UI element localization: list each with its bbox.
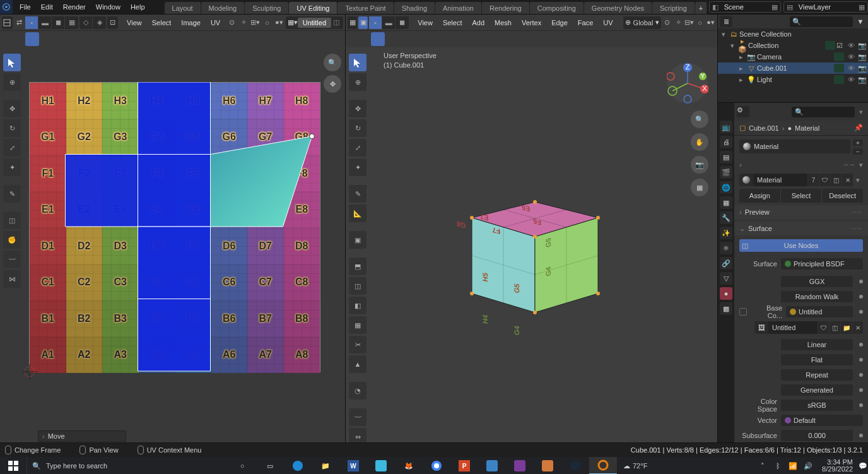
anim-dot-icon[interactable]: [859, 310, 863, 314]
tab-scene-icon[interactable]: 🎬: [720, 166, 732, 179]
renderable-icon[interactable]: 📷: [857, 53, 868, 61]
uv-cell[interactable]: E5: [175, 192, 211, 228]
camera-view-icon[interactable]: 📷: [691, 156, 708, 174]
visibility-icon[interactable]: 👁: [845, 53, 857, 61]
unlink-icon[interactable]: ✕: [852, 321, 863, 334]
props-options-icon[interactable]: ▾: [857, 108, 865, 116]
menu-view[interactable]: View: [413, 17, 438, 28]
uv-cell[interactable]: G8: [284, 119, 320, 156]
anim-dot-icon[interactable]: [859, 280, 863, 283]
uv-cell[interactable]: D6: [211, 228, 248, 264]
orientation-selector[interactable]: ⊕ Global ▾: [623, 16, 662, 29]
spin-tool-icon[interactable]: ◔: [349, 382, 367, 400]
renderable-icon[interactable]: 📷: [857, 76, 868, 84]
uv-cell[interactable]: E6: [211, 192, 248, 228]
open-icon[interactable]: 📁: [840, 321, 852, 334]
menu-help[interactable]: Help: [126, 1, 150, 13]
add-workspace-button[interactable]: +: [695, 2, 707, 14]
image-selector[interactable]: ▦▾ Untitled ◫: [286, 16, 343, 29]
uv-viewport[interactable]: ⊕ ✥ ↻ ⤢ ✦ ✎ ◫ ✊ 〰 ⋈ 🔍 ✥ H1H2H3H4H5H6H7H8…: [0, 47, 345, 442]
visibility-icon[interactable]: 👁: [845, 42, 857, 49]
menu-add[interactable]: Add: [467, 17, 490, 28]
users-count[interactable]: 7: [807, 174, 819, 186]
props-type-icon[interactable]: ⚙: [737, 106, 749, 117]
snap-type-icon[interactable]: ⊟▾: [684, 16, 694, 29]
app3-icon[interactable]: [534, 457, 561, 474]
add-slot-button[interactable]: +: [853, 139, 863, 146]
tab-rendering[interactable]: Rendering: [482, 2, 530, 14]
tab-texture-paint[interactable]: Texture Paint: [337, 2, 394, 14]
preview-panel-header[interactable]: › Preview ┈┈: [734, 205, 868, 219]
browse-viewlayer-icon[interactable]: ▦: [856, 3, 867, 11]
surface-shader-value[interactable]: Principled BSDF: [781, 258, 863, 270]
orientation-dd-icon[interactable]: ▾: [655, 18, 659, 27]
colorspace-select[interactable]: sRGB: [781, 400, 853, 411]
edge-icon[interactable]: [284, 457, 312, 474]
props-search[interactable]: 🔍: [792, 107, 855, 117]
uv-cell[interactable]: B6: [211, 300, 248, 337]
menu-image[interactable]: Image: [176, 17, 206, 28]
tab-object-icon[interactable]: ▦: [720, 196, 732, 209]
uv-cell[interactable]: E2: [66, 192, 103, 228]
annotate-tool-icon[interactable]: ✎: [3, 185, 21, 203]
sticky2-icon[interactable]: ◈: [93, 16, 106, 29]
uv-cell[interactable]: B1: [30, 300, 66, 337]
uv-cell[interactable]: C1: [30, 264, 66, 301]
bluetooth-icon[interactable]: ᛒ: [771, 459, 784, 472]
firefox-icon[interactable]: 🦊: [395, 457, 423, 474]
uv-cell[interactable]: E3: [102, 192, 139, 228]
visibility-icon[interactable]: 👁: [845, 64, 857, 72]
menu-select[interactable]: Select: [147, 17, 177, 28]
uv-cell[interactable]: D2: [66, 228, 103, 264]
uv-cell[interactable]: E1: [30, 192, 66, 228]
outliner-item[interactable]: ▸▽Cube.001👁📷: [718, 62, 868, 74]
edge-select-icon[interactable]: ▬: [38, 16, 52, 29]
anim-dot-icon[interactable]: [859, 403, 863, 407]
smooth-tool-icon[interactable]: 〰: [349, 408, 367, 426]
loopcut-tool-icon[interactable]: ▦: [349, 316, 367, 334]
breadcrumb-object[interactable]: Cube.001: [749, 124, 779, 132]
uv-cell[interactable]: A2: [66, 337, 103, 374]
tab-geometry-nodes[interactable]: Geometry Nodes: [584, 2, 652, 14]
anim-dot-icon[interactable]: [859, 295, 863, 299]
transform-tool-icon[interactable]: ✦: [3, 158, 21, 176]
menu-uv[interactable]: UV: [206, 17, 225, 28]
axis-gizmo[interactable]: X Z Y: [667, 62, 708, 104]
uv-cell[interactable]: D7: [247, 228, 284, 264]
uv-cell[interactable]: H8: [284, 83, 320, 119]
tab-constraint-icon[interactable]: 🔗: [720, 257, 732, 270]
restrict-badge-icon[interactable]: [834, 52, 844, 61]
uv-cell[interactable]: B7: [247, 300, 284, 337]
uv-cell[interactable]: A3: [102, 337, 139, 374]
anim-dot-icon[interactable]: [859, 373, 863, 377]
bevel-tool-icon[interactable]: ◧: [349, 297, 367, 314]
move-tool-icon[interactable]: ✥: [3, 100, 21, 117]
uv-cell[interactable]: A5: [175, 337, 211, 374]
snip-icon[interactable]: [367, 457, 395, 474]
editor-type-icon[interactable]: [2, 16, 13, 29]
subsurface-value[interactable]: 0.000: [781, 430, 853, 441]
uv-cell[interactable]: F7: [247, 155, 284, 192]
clock[interactable]: 3:34 PM 8/29/2022: [817, 459, 858, 473]
breadcrumb-material[interactable]: Material: [795, 124, 819, 132]
uv-cell[interactable]: B2: [66, 300, 103, 337]
restrict-badge-icon[interactable]: [825, 41, 835, 50]
scale-tool-icon[interactable]: ⤢: [349, 139, 367, 157]
start-button[interactable]: [0, 457, 26, 474]
uv-cell[interactable]: H1: [30, 83, 66, 119]
uv-cell[interactable]: F2: [66, 155, 103, 192]
transform-tool-icon[interactable]: ✦: [349, 158, 367, 176]
renderable-icon[interactable]: 📷: [857, 64, 868, 73]
tab-sculpting[interactable]: Sculpting: [245, 2, 289, 14]
rip-tool-icon[interactable]: ◫: [3, 211, 21, 229]
menu-mesh[interactable]: Mesh: [490, 17, 517, 28]
wifi-icon[interactable]: 📶: [787, 459, 799, 472]
fake-user-icon[interactable]: 🛡: [818, 321, 829, 334]
uv-cell[interactable]: F8: [284, 155, 320, 192]
outliner-type-icon[interactable]: ≣: [720, 16, 732, 27]
select-box-tool-icon[interactable]: [3, 54, 21, 71]
uv-cell[interactable]: A6: [211, 337, 248, 374]
vert-mode-icon[interactable]: ▪: [369, 16, 382, 29]
tab-layout[interactable]: Layout: [165, 2, 201, 14]
3d-viewport[interactable]: ⊕ X Y Z ◩ Options▾ User Perspective (1) …: [346, 47, 717, 442]
